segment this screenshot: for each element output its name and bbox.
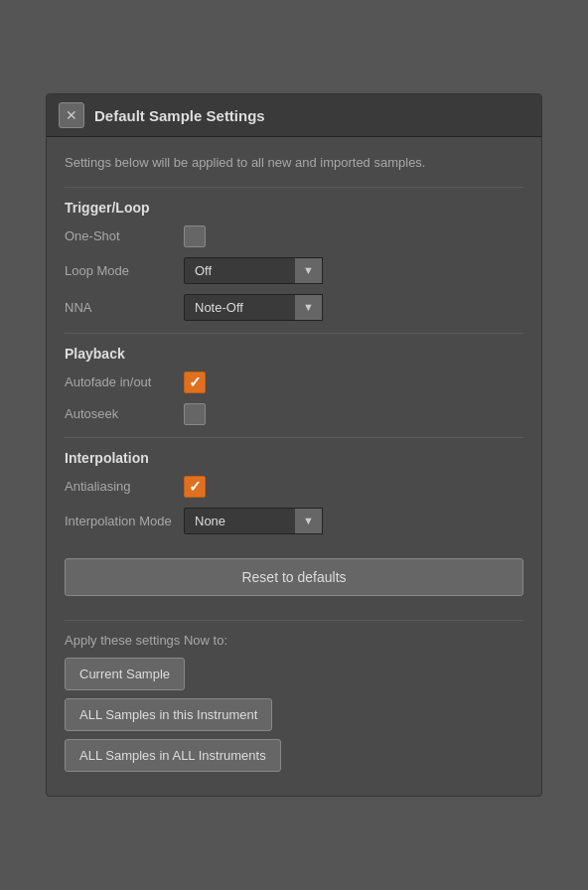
autofade-checkbox[interactable] [184,371,206,393]
divider-4 [65,620,523,621]
autoseek-row: Autoseek [65,403,523,425]
playback-section: Playback Autofade in/out Autoseek [65,346,523,425]
nna-select-wrapper: Note-Off Continue Note-Cut Note-Fade ▼ [184,294,323,321]
nna-row: NNA Note-Off Continue Note-Cut Note-Fade… [65,294,523,321]
trigger-loop-title: Trigger/Loop [65,200,523,216]
divider-2 [65,333,523,334]
reset-button[interactable]: Reset to defaults [65,558,523,596]
divider-1 [65,187,523,188]
dialog-title: Default Sample Settings [94,107,265,124]
loop-mode-select[interactable]: Off On Ping-Pong [184,257,323,284]
loop-mode-select-wrapper: Off On Ping-Pong ▼ [184,257,323,284]
apply-section: Apply these settings Now to: Current Sam… [65,633,523,772]
loop-mode-label: Loop Mode [65,263,174,278]
interpolation-title: Interpolation [65,450,523,466]
close-button[interactable]: ✕ [59,102,84,128]
interp-mode-row: Interpolation Mode None Linear Sinc ▼ [65,508,523,534]
dialog: ✕ Default Sample Settings Settings below… [46,93,542,797]
dialog-content: Settings below will be applied to all ne… [47,137,541,796]
interp-mode-select-wrapper: None Linear Sinc ▼ [184,508,323,534]
apply-all-in-all-button[interactable]: ALL Samples in ALL Instruments [65,739,281,772]
one-shot-checkbox[interactable] [184,225,206,247]
apply-current-sample-button[interactable]: Current Sample [65,658,185,690]
interpolation-section: Interpolation Antialiasing Interpolation… [65,450,523,534]
nna-label: NNA [65,300,174,315]
autoseek-checkbox[interactable] [184,403,206,425]
interp-mode-label: Interpolation Mode [65,514,174,528]
antialiasing-row: Antialiasing [65,476,523,498]
playback-title: Playback [65,346,523,362]
nna-select[interactable]: Note-Off Continue Note-Cut Note-Fade [184,294,323,321]
antialiasing-label: Antialiasing [65,479,174,494]
divider-3 [65,437,523,438]
interp-mode-select[interactable]: None Linear Sinc [184,508,323,534]
title-bar: ✕ Default Sample Settings [47,94,541,137]
apply-all-in-instrument-button[interactable]: ALL Samples in this Instrument [65,698,272,731]
one-shot-row: One-Shot [65,225,523,247]
autofade-label: Autofade in/out [65,374,174,389]
trigger-loop-section: Trigger/Loop One-Shot Loop Mode Off On P… [65,200,523,321]
autoseek-label: Autoseek [65,406,174,421]
loop-mode-row: Loop Mode Off On Ping-Pong ▼ [65,257,523,284]
one-shot-label: One-Shot [65,228,174,243]
antialiasing-checkbox[interactable] [184,476,206,498]
apply-label: Apply these settings Now to: [65,633,523,648]
description-text: Settings below will be applied to all ne… [65,153,523,173]
autofade-row: Autofade in/out [65,371,523,393]
